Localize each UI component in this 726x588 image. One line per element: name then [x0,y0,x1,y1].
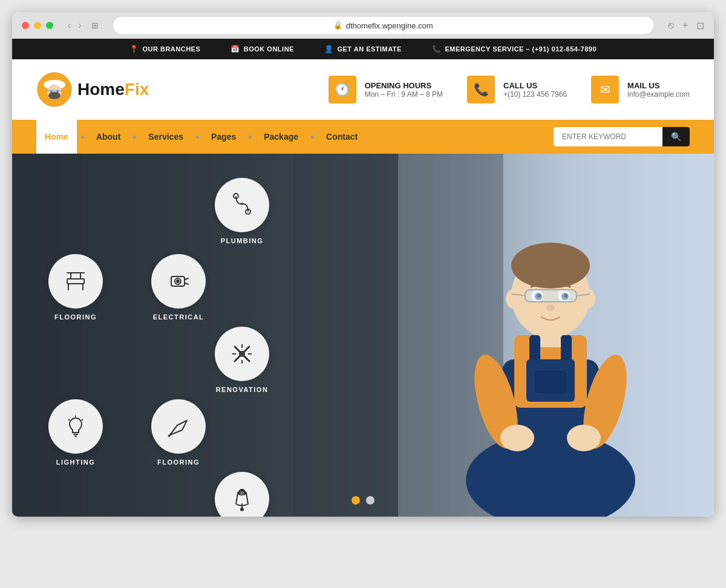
new-tab-icon[interactable]: + [682,20,688,31]
close-button[interactable] [22,22,29,29]
electrical-svg [165,268,192,295]
branches-link[interactable]: 📍 OUR BRANCHES [129,45,200,53]
svg-rect-7 [47,90,62,92]
services-row-5: PAINTING [97,472,387,517]
service-flooring[interactable]: FLOORING [48,254,103,321]
nav-sep-2: ◆ [131,120,137,154]
electrical-label: ELECTRICAL [153,313,204,321]
service-trowel[interactable]: FLOORING [151,399,206,466]
svg-point-14 [567,425,601,451]
svg-rect-33 [535,371,566,393]
nav-contact[interactable]: Contact [318,120,366,154]
flooring-label: FLOORING [54,313,97,321]
call-us-label: CALL US [503,81,567,90]
plumbing-label: PLUMBING [221,237,264,244]
hero-section: PLUMBING FLOOR [12,154,714,517]
flooring-icon-circle [48,254,103,309]
estimate-icon: 👤 [324,45,334,53]
nav-package[interactable]: Package [255,120,307,154]
search-button[interactable]: 🔍 [662,127,690,146]
header-info: 🕐 OPENING HOURS Mon – Fri : 9 AM – 8 PM … [329,76,690,103]
nav-sep-4: ◆ [247,120,253,154]
url-bar[interactable]: 🔒 dthomefix.wpengine.com [113,17,653,34]
site-header: HomeFix 🕐 OPENING HOURS Mon – Fri : 9 AM… [12,59,714,120]
forward-button[interactable]: › [78,20,81,31]
flooring-svg [62,268,89,295]
service-painting[interactable]: PAINTING [215,472,269,517]
calendar-icon: 📅 [231,45,240,53]
services-row-4: LIGHTING FLOORING [48,399,387,466]
minimize-button[interactable] [34,22,41,29]
renovation-svg [229,341,255,367]
nav-sep-3: ◆ [194,120,200,154]
emergency-link[interactable]: 📞 EMERGENCY SERVICE – (+91) 012-654-7890 [432,45,597,53]
url-text: dthomefix.wpengine.com [346,21,433,30]
mail-us-text: MAIL US info@example.com [627,81,690,99]
opening-hours-value: Mon – Fri : 9 AM – 8 PM [365,90,443,99]
service-lighting[interactable]: LIGHTING [48,399,103,466]
estimate-link[interactable]: 👤 GET AN ESTIMATE [324,45,402,53]
svg-rect-36 [67,279,84,284]
estimate-label: GET AN ESTIMATE [337,45,402,53]
service-plumbing[interactable]: PLUMBING [215,178,269,244]
carousel-dots [352,496,374,505]
lighting-svg [62,413,89,440]
svg-point-40 [177,280,179,283]
painting-svg [229,486,255,512]
sidebar-toggle-icon[interactable]: ⊡ [696,20,704,31]
opening-hours-text: OPENING HOURS Mon – Fri : 9 AM – 8 PM [365,81,443,99]
back-button[interactable]: ‹ [68,20,71,31]
plumbing-svg [229,192,255,218]
svg-line-53 [82,419,83,420]
security-icon: 🔒 [333,21,342,30]
trowel-label: FLOORING [157,459,200,466]
logo[interactable]: HomeFix [36,71,149,108]
svg-point-17 [511,243,590,289]
book-link[interactable]: 📅 BOOK ONLINE [231,45,294,53]
top-bar: 📍 OUR BRANCHES 📅 BOOK ONLINE 👤 GET AN ES… [12,39,714,59]
worker-svg [424,178,678,517]
share-icon[interactable]: ⎋ [668,20,674,31]
service-electrical[interactable]: ELECTRICAL [151,254,206,321]
svg-line-52 [68,419,70,420]
carousel-dot-1[interactable] [352,496,360,505]
svg-point-29 [546,305,555,311]
hero-worker [424,178,678,517]
svg-point-4 [48,92,60,99]
window-icon: ⊞ [91,21,99,30]
trowel-svg [165,413,192,440]
phone-icon: 📞 [432,45,442,53]
mail-us-label: MAIL US [627,81,690,90]
search-box: 🔍 [554,127,690,146]
call-us-value: +(10) 123 456 7966 [503,90,567,99]
website: 📍 OUR BRANCHES 📅 BOOK ONLINE 👤 GET AN ES… [12,39,714,517]
branches-label: OUR BRANCHES [142,45,200,53]
mail-icon-box: ✉ [591,76,619,103]
electrical-icon-circle [151,254,206,309]
svg-rect-37 [71,273,80,279]
maximize-button[interactable] [46,22,53,29]
search-input[interactable] [554,128,662,146]
services-row-3: RENOVATION [97,327,387,393]
nav-services[interactable]: Services [140,120,192,154]
services-icons-layout: PLUMBING FLOOR [48,178,387,517]
mail-us-item: ✉ MAIL US info@example.com [591,76,690,103]
opening-hours-label: OPENING HOURS [365,81,443,90]
emergency-label: EMERGENCY SERVICE – (+91) 012-654-7890 [445,45,597,53]
location-icon: 📍 [129,45,139,53]
mail-us-value: info@example.com [627,90,690,99]
navigation: Home ◆ About ◆ Services ◆ Pages ◆ Packag… [12,120,714,154]
painting-icon-circle [215,472,269,517]
plumbing-icon-circle [215,178,269,232]
nav-links: Home ◆ About ◆ Services ◆ Pages ◆ Packag… [36,120,554,154]
nav-pages[interactable]: Pages [203,120,244,154]
carousel-dot-2[interactable] [366,496,374,505]
nav-home[interactable]: Home [36,120,77,154]
opening-hours-item: 🕐 OPENING HOURS Mon – Fri : 9 AM – 8 PM [329,76,443,103]
phone-icon-box: 📞 [467,76,495,103]
service-renovation[interactable]: RENOVATION [215,327,269,393]
nav-about[interactable]: About [88,120,129,154]
clock-icon-box: 🕐 [329,76,356,103]
trowel-icon-circle [151,399,206,454]
services-row-2: FLOORING ELECTRICAL [48,254,387,321]
